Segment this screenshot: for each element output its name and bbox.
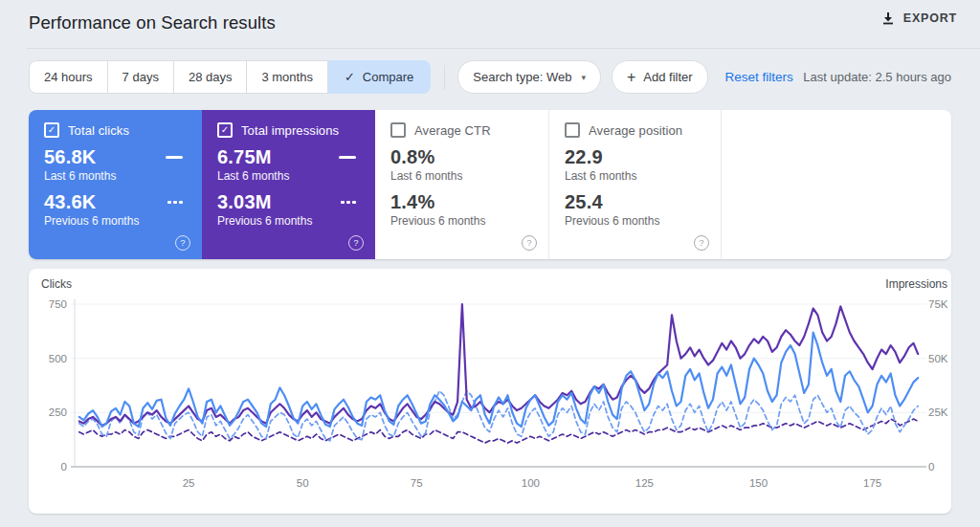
dashed-line-legend-icon	[341, 201, 356, 204]
metric-value-previous: 1.4%	[390, 191, 434, 212]
help-icon[interactable]: ?	[522, 235, 537, 251]
date-chip-24-hours[interactable]: 24 hours	[29, 60, 108, 94]
metric-caption-previous: Previous 6 months	[565, 214, 705, 228]
checkbox-average-ctr[interactable]	[390, 122, 406, 138]
metric-caption-current: Last 6 months	[44, 169, 187, 183]
metric-caption-previous: Previous 6 months	[44, 214, 187, 228]
metric-value-previous: 3.03M	[217, 191, 272, 212]
x-axis-tick: 125	[635, 477, 654, 489]
date-range-control: 24 hours 7 days 28 days 3 months ✓ Compa…	[29, 60, 431, 94]
x-axis-tick: 150	[749, 477, 768, 489]
search-type-label: Search type: Web	[473, 70, 571, 84]
page-title: Performance on Search results	[29, 12, 276, 33]
dashed-line-legend-icon	[167, 201, 183, 204]
compare-label: Compare	[363, 70, 413, 84]
metric-caption-current: Last 6 months	[565, 169, 705, 183]
x-axis-tick: 25	[183, 477, 195, 489]
date-chip-7-days[interactable]: 7 days	[108, 60, 174, 94]
filter-bar: 24 hours 7 days 28 days 3 months ✓ Compa…	[29, 60, 951, 94]
help-icon[interactable]: ?	[694, 235, 709, 251]
metric-card-average-ctr[interactable]: Average CTR 0.8% Last 6 months 1.4% Prev…	[375, 110, 548, 259]
right-axis-tick: 50K	[928, 353, 948, 364]
checkmark-icon: ✓	[345, 70, 355, 84]
metric-card-label: Average CTR	[414, 123, 491, 138]
metric-caption-current: Last 6 months	[217, 169, 360, 183]
checkmark-icon: ✓	[48, 125, 56, 135]
export-button[interactable]: EXPORT	[881, 11, 957, 25]
add-filter-label: Add filter	[643, 70, 692, 84]
export-label: EXPORT	[903, 11, 957, 25]
metric-card-label: Average position	[589, 123, 682, 138]
left-axis-tick: 500	[49, 353, 67, 364]
x-axis-tick: 75	[411, 477, 423, 489]
metric-card-label: Total clicks	[68, 123, 129, 138]
search-type-dropdown[interactable]: Search type: Web ▾	[457, 60, 601, 94]
filter-divider	[444, 65, 445, 90]
download-icon	[881, 11, 895, 25]
help-icon[interactable]: ?	[175, 235, 190, 251]
date-chip-3-months[interactable]: 3 months	[247, 60, 327, 94]
search-console-performance-page: Performance on Search results EXPORT 24 …	[0, 0, 980, 527]
chevron-down-icon: ▾	[581, 73, 586, 82]
metric-value-current: 0.8%	[390, 146, 434, 167]
x-axis-tick: 50	[297, 477, 309, 489]
metric-card-total-clicks[interactable]: ✓ Total clicks 56.8K Last 6 months 43.6K…	[29, 110, 202, 259]
metric-value-current: 22.9	[565, 146, 603, 167]
left-axis-tick: 750	[49, 298, 67, 310]
left-axis-tick: 250	[49, 406, 67, 418]
line-chart[interactable]: 0250500750025K50K75K255075100125150175	[29, 269, 951, 514]
metric-card-average-position[interactable]: Average position 22.9 Last 6 months 25.4…	[548, 110, 722, 259]
metric-value-current: 56.8K	[44, 146, 96, 167]
checkmark-icon: ✓	[221, 125, 229, 135]
metric-value-previous: 43.6K	[44, 191, 96, 212]
solid-line-legend-icon	[339, 156, 356, 159]
metric-caption-current: Last 6 months	[390, 169, 533, 183]
metric-caption-previous: Previous 6 months	[390, 214, 533, 228]
reset-filters-link[interactable]: Reset filters	[725, 70, 793, 84]
help-icon[interactable]: ?	[348, 235, 364, 251]
metric-card-total-impressions[interactable]: ✓ Total impressions 6.75M Last 6 months …	[202, 110, 375, 259]
checkbox-average-position[interactable]	[565, 122, 580, 138]
solid-line-legend-icon	[166, 156, 183, 159]
x-axis-tick: 175	[863, 477, 881, 489]
performance-chart-panel: Clicks Impressions 0250500750025K50K75K2…	[29, 269, 951, 514]
right-axis-tick: 25K	[928, 406, 948, 418]
metric-cards-panel: ✓ Total clicks 56.8K Last 6 months 43.6K…	[29, 110, 951, 259]
x-axis-tick: 100	[522, 477, 540, 489]
last-update-text: Last update: 2.5 hours ago	[803, 70, 951, 84]
plus-icon: +	[627, 69, 635, 86]
left-axis-tick: 0	[61, 461, 67, 472]
right-axis-tick: 0	[928, 461, 934, 472]
metric-value-current: 6.75M	[217, 146, 272, 167]
right-axis-tick: 75K	[928, 298, 948, 310]
header-divider	[27, 48, 980, 49]
metric-value-previous: 25.4	[565, 191, 603, 212]
metric-caption-previous: Previous 6 months	[217, 214, 360, 228]
add-filter-button[interactable]: + Add filter	[612, 60, 708, 94]
metric-card-label: Total impressions	[241, 123, 339, 138]
date-chip-compare[interactable]: ✓ Compare	[328, 60, 431, 94]
date-chip-28-days[interactable]: 28 days	[174, 60, 248, 94]
checkbox-total-impressions[interactable]: ✓	[217, 122, 233, 138]
checkbox-total-clicks[interactable]: ✓	[44, 122, 59, 138]
